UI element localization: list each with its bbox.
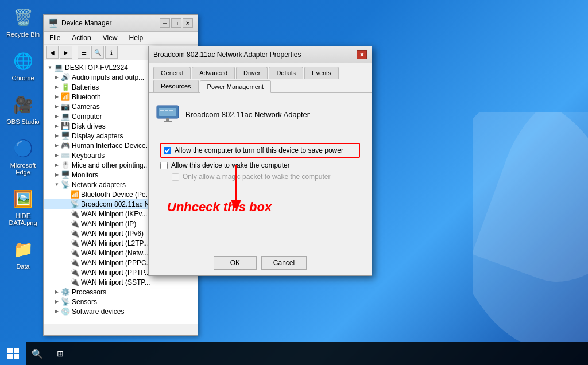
tree-sensors[interactable]: ▶ 📡 Sensors	[44, 297, 198, 306]
wan-ipv6-label: WAN Miniport (IPv6)	[81, 230, 144, 238]
root-computer-icon: 💻	[54, 63, 63, 72]
display-expand: ▶	[53, 132, 61, 140]
network-label: Network adapters	[72, 181, 126, 189]
wan-ip-icon: 🔌	[70, 219, 79, 228]
dialog-close-button[interactable]: ✕	[357, 50, 367, 59]
svg-rect-3	[165, 110, 168, 111]
menu-action[interactable]: Action	[68, 33, 94, 43]
microsoft-edge-icon[interactable]: 🔵 Microsoft Edge	[6, 137, 40, 176]
bluetooth-expand: ▶	[53, 93, 61, 101]
magic-packet-row: Only allow a magic packet to wake the co…	[160, 173, 360, 181]
allow-wake-checkbox[interactable]	[160, 162, 168, 169]
mice-label: Mice and other pointing...	[72, 161, 149, 169]
allow-power-off-checkbox[interactable]	[164, 147, 171, 154]
svg-rect-4	[169, 110, 173, 111]
cancel-button[interactable]: Cancel	[261, 256, 307, 270]
data-folder-image: 📁	[11, 238, 34, 261]
wan-ikev-label: WAN Miniport (IKEv...	[81, 210, 147, 218]
computer-expand: ▶	[53, 112, 61, 121]
edge-label: Microsoft Edge	[6, 162, 40, 176]
minimize-button[interactable]: ─	[160, 18, 170, 28]
device-header: Broadcom 802.11ac Network Adapter	[156, 100, 365, 129]
audio-expand: ▶	[53, 73, 61, 81]
root-label: DESKTOP-FVL2324	[65, 64, 128, 72]
wan-pptp-expand	[62, 269, 70, 277]
menu-file[interactable]: File	[46, 33, 64, 43]
broadcom-expand	[62, 200, 70, 208]
menu-help[interactable]: Help	[126, 33, 147, 43]
mice-expand: ▶	[53, 161, 61, 169]
device-manager-title: Device Manager	[61, 19, 111, 27]
device-info-button[interactable]: ℹ	[105, 46, 118, 59]
wan-l2tp-label: WAN Miniport (L2TP...	[81, 239, 149, 247]
titlebar-left: 🖥️ Device Manager	[48, 18, 111, 28]
wan-netw-expand	[62, 249, 70, 257]
hide-data-icon[interactable]: 🖼️ HIDE DATA.png	[6, 187, 40, 226]
start-button[interactable]	[0, 342, 26, 365]
close-button[interactable]: ✕	[183, 18, 193, 28]
tree-software-devices[interactable]: ▶ 💿 Software devices	[44, 306, 198, 316]
tab-details[interactable]: Details	[269, 67, 303, 79]
keyboards-label: Keyboards	[72, 152, 105, 160]
wan-ipv6-expand	[62, 230, 70, 238]
wan-ikev-expand	[62, 210, 70, 218]
keyboards-expand: ▶	[53, 152, 61, 160]
tree-wan-sstp[interactable]: 🔌 WAN Miniport (SSTP...	[44, 277, 198, 287]
windows-logo-icon	[7, 348, 19, 359]
sensors-label: Sensors	[72, 298, 97, 306]
broadcom-label: Broadcom 802.11ac N...	[81, 200, 155, 208]
sensors-icon: 📡	[61, 297, 70, 306]
tab-events[interactable]: Events	[304, 67, 339, 79]
chrome-label: Chrome	[11, 75, 34, 81]
allow-power-off-label: Allow the computer to turn off this devi…	[175, 146, 343, 154]
edge-image: 🔵	[11, 137, 34, 160]
obs-studio-icon[interactable]: 🎥 OBS Studio	[6, 93, 40, 125]
wan-pppc-label: WAN Miniport (PPPC...	[81, 259, 152, 267]
sensors-expand: ▶	[53, 298, 61, 306]
cameras-label: Cameras	[72, 103, 100, 111]
search-button[interactable]: 🔍	[26, 342, 49, 365]
svg-rect-6	[164, 121, 172, 122]
chrome-icon[interactable]: 🌐 Chrome	[6, 49, 40, 81]
dialog-options: Allow the computer to turn off this devi…	[156, 138, 365, 185]
tab-advanced[interactable]: Advanced	[192, 67, 235, 79]
batteries-expand: ▶	[53, 83, 61, 91]
wan-l2tp-expand	[62, 239, 70, 247]
obs-image: 🎥	[11, 93, 34, 116]
proc-expand: ▶	[53, 288, 61, 296]
tree-processors[interactable]: ▶ ⚙️ Processors	[44, 287, 198, 297]
batteries-label: Batteries	[72, 83, 99, 91]
menu-view[interactable]: View	[99, 33, 121, 43]
dialog-footer: OK Cancel	[149, 250, 372, 275]
broadcom-icon: 📡	[70, 200, 79, 208]
data-folder-icon[interactable]: 📁 Data	[6, 238, 40, 270]
sw-label: Software devices	[72, 308, 124, 316]
batteries-icon: 🔋	[61, 83, 70, 91]
disk-expand: ▶	[53, 122, 61, 130]
scan-button[interactable]: 🔍	[91, 46, 104, 59]
recycle-bin-icon[interactable]: 🗑️ Recycle Bin	[6, 6, 40, 38]
svg-rect-12	[14, 354, 19, 359]
monitors-label: Monitors	[72, 171, 98, 179]
keyboards-icon: ⌨️	[61, 151, 70, 160]
tab-general[interactable]: General	[153, 67, 191, 79]
svg-rect-10	[14, 348, 19, 353]
desktop: 🗑️ Recycle Bin 🌐 Chrome 🎥 OBS Studio 🔵 M…	[0, 0, 588, 365]
ok-button[interactable]: OK	[214, 256, 257, 270]
magic-packet-checkbox	[172, 173, 179, 181]
svg-rect-5	[166, 118, 169, 121]
audio-icon: 🔊	[61, 73, 70, 81]
monitors-expand: ▶	[53, 171, 61, 179]
tab-driver[interactable]: Driver	[236, 67, 268, 79]
recycle-bin-label: Recycle Bin	[6, 31, 40, 38]
forward-button[interactable]: ▶	[60, 46, 72, 59]
wan-pptp-icon: 🔌	[70, 268, 79, 277]
tab-power-management[interactable]: Power Management	[200, 80, 271, 93]
tab-resources[interactable]: Resources	[153, 80, 199, 92]
disk-icon: 💾	[61, 122, 70, 130]
maximize-button[interactable]: □	[171, 18, 181, 28]
task-view-button[interactable]: ⊞	[49, 342, 72, 365]
back-button[interactable]: ◀	[46, 46, 59, 59]
computer-icon: 💻	[61, 112, 70, 121]
properties-button[interactable]: ☰	[78, 46, 90, 59]
